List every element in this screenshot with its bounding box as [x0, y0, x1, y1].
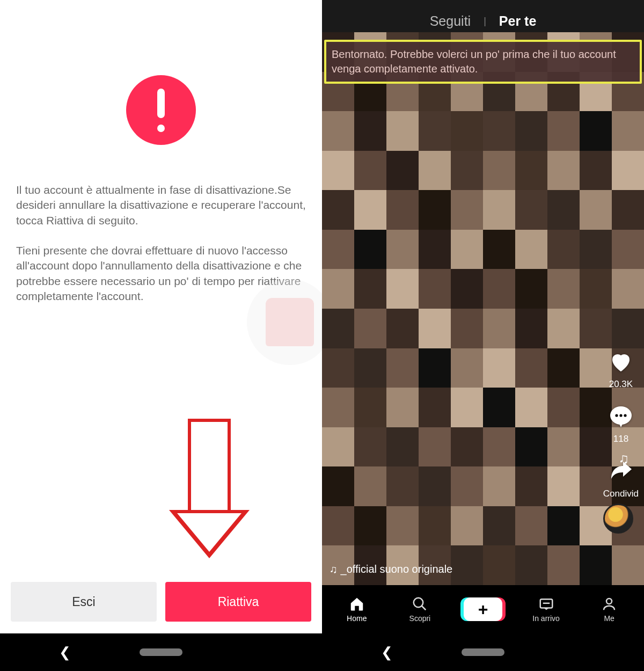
- home-pill-icon[interactable]: [140, 648, 182, 656]
- search-icon: [412, 596, 428, 612]
- description-block: Il tuo account è attualmente in fase di …: [16, 183, 306, 304]
- tab-separator: |: [484, 16, 486, 27]
- nav-home[interactable]: Home: [335, 596, 378, 623]
- watermark-logo: [247, 279, 322, 365]
- reactivate-button[interactable]: Riattiva: [165, 582, 311, 622]
- nav-discover-label: Scopri: [409, 614, 431, 623]
- nav-me[interactable]: Me: [588, 596, 631, 623]
- heart-icon: [608, 349, 634, 377]
- like-action[interactable]: 20.3K: [608, 349, 634, 390]
- home-icon: [349, 596, 365, 612]
- sound-text: ♫ _official suono originale: [330, 563, 452, 575]
- create-button[interactable]: +: [464, 597, 502, 621]
- alert-icon: [126, 75, 196, 145]
- svg-point-2: [619, 414, 622, 417]
- nav-discover[interactable]: Scopri: [398, 596, 441, 623]
- button-row: Esci Riattiva: [0, 582, 322, 622]
- welcome-back-banner: Bentornato. Potrebbe volerci un po' prim…: [324, 40, 642, 84]
- tab-following[interactable]: Seguiti: [430, 13, 471, 29]
- sound-info[interactable]: ♫ _official suono originale: [330, 563, 452, 575]
- annotation-arrow-icon: [188, 419, 250, 558]
- nav-home-label: Home: [347, 614, 367, 623]
- tab-for-you[interactable]: Per te: [499, 13, 536, 29]
- svg-point-3: [624, 414, 626, 417]
- system-nav-bar-left: ❮: [0, 633, 322, 671]
- comment-icon: [608, 404, 634, 432]
- like-count: 20.3K: [609, 379, 633, 390]
- description-paragraph-1: Il tuo account è attualmente in fase di …: [16, 183, 306, 228]
- profile-icon: [601, 596, 617, 612]
- inbox-icon: [538, 596, 554, 612]
- system-nav-bar-right: ❮: [322, 633, 644, 671]
- svg-point-4: [414, 598, 423, 608]
- reactivate-screen: Il tuo account è attualmente in fase di …: [0, 0, 322, 671]
- back-icon[interactable]: ❮: [59, 644, 71, 661]
- plus-icon: +: [478, 601, 488, 618]
- back-icon[interactable]: ❮: [381, 644, 393, 661]
- comment-action[interactable]: 118: [608, 404, 634, 444]
- video-content-pixelated: [322, 32, 644, 585]
- svg-point-1: [615, 414, 618, 417]
- nav-inbox[interactable]: In arrivo: [525, 596, 568, 623]
- bottom-nav: Home Scopri + In arrivo Me: [322, 585, 644, 633]
- nav-inbox-label: In arrivo: [532, 614, 560, 623]
- svg-line-5: [422, 606, 426, 610]
- video-area[interactable]: Seguiti | Per te Bentornato. Potrebbe vo…: [322, 0, 644, 585]
- left-content: Il tuo account è attualmente in fase di …: [0, 0, 322, 582]
- nav-create[interactable]: +: [462, 597, 504, 621]
- side-action-bar: 20.3K 118 Condivid: [603, 349, 639, 499]
- home-pill-icon[interactable]: [462, 648, 504, 656]
- feed-screen: Seguiti | Per te Bentornato. Potrebbe vo…: [322, 0, 644, 671]
- nav-me-label: Me: [604, 614, 614, 623]
- exit-button[interactable]: Esci: [11, 582, 157, 622]
- share-label: Condivid: [603, 488, 639, 499]
- sound-disc[interactable]: [603, 504, 633, 534]
- comment-count: 118: [613, 434, 628, 444]
- svg-point-8: [606, 599, 612, 604]
- music-note-icon: ♫: [619, 450, 630, 467]
- feed-tabs: Seguiti | Per te: [322, 13, 644, 29]
